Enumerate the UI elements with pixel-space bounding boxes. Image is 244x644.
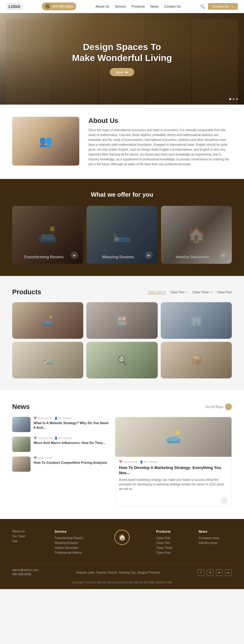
hero-dot-1[interactable] xyxy=(229,98,231,100)
news-item-3-meta: 📅 2024-10-08 xyxy=(34,456,107,460)
news-featured[interactable]: 🛋️ 📅 2024-10-08 👤 BY ADMIN How To Develo… xyxy=(115,417,232,507)
footer-logo-col: 🏠 xyxy=(97,530,147,556)
offer-cards: 🛋️ Transforming Rooms ▶ 🛏️ Weaving Dream… xyxy=(12,206,232,264)
see-all-arrow-icon[interactable]: → xyxy=(225,403,232,410)
linkedin-icon[interactable]: in xyxy=(216,569,223,576)
footer-service-2[interactable]: Weaving Dreams xyxy=(55,541,88,545)
header-right: 🔍 Contact Us → xyxy=(200,3,238,10)
logo: LOGO xyxy=(6,3,23,10)
contact-button[interactable]: Contact Us → xyxy=(208,3,238,10)
nav-products[interactable]: Products xyxy=(131,5,145,8)
about-title: About Us xyxy=(88,117,232,125)
footer-link-team[interactable]: Our Team xyxy=(12,535,45,538)
about-image: 👥 xyxy=(12,117,79,166)
footer-news-1[interactable]: Company news xyxy=(199,536,232,540)
product-card-2[interactable]: 🪟 xyxy=(86,302,157,339)
products-title: Products xyxy=(12,288,41,296)
footer-product-4[interactable]: Class Four xyxy=(156,551,189,554)
hero-dots xyxy=(229,98,238,100)
news-item-2-content: 📅 2024-10-09 👤 BY ADMIN Micro And Macro … xyxy=(34,437,105,445)
footer-bottom: admin@admin.com 400-888-8888 Xuanwu Lake… xyxy=(12,568,232,577)
twitter-icon[interactable]: ✕ xyxy=(207,569,214,576)
offer-card-3[interactable]: 🏠 Interior Decorator ▶ xyxy=(161,206,232,264)
footer-address: Xuanwu Lake, Xuanwu District, Nanjing Ci… xyxy=(76,571,160,574)
footer-col-company: About Us Our Team Faq xyxy=(12,530,45,556)
footer-product-3[interactable]: Class Three xyxy=(156,546,189,549)
nav-contact[interactable]: Contact Us xyxy=(164,5,181,8)
news-section: News See All Blogs → 📅 2024-10-08 👤 BY A… xyxy=(0,391,244,519)
nav-service[interactable]: Service xyxy=(115,5,126,8)
author-icon-2: 👤 BY ADMIN xyxy=(54,437,72,440)
tab-class-two[interactable]: Class Two 12 xyxy=(170,290,188,294)
offer-card-2-bg: 🛏️ Weaving Dreams ▶ xyxy=(87,206,157,264)
news-item-2-meta: 📅 2024-10-09 👤 BY ADMIN xyxy=(34,437,105,440)
products-grid: 🛋️ 🪟 🏢 🛏️ 🍳 📦 xyxy=(12,302,232,378)
footer-top: About Us Our Team Faq Service Transformi… xyxy=(12,530,232,556)
product-card-4[interactable]: 🛏️ xyxy=(12,342,83,378)
about-description: Since the major of international economi… xyxy=(88,128,232,167)
footer: About Us Our Team Faq Service Transformi… xyxy=(0,519,244,589)
arrow-icon: → xyxy=(230,5,234,8)
offer-card-3-bg: 🏠 Interior Decorator ▶ xyxy=(161,206,232,264)
news-item-2[interactable]: 📅 2024-10-09 👤 BY ADMIN Micro And Macro … xyxy=(12,437,109,452)
footer-products-title: Products xyxy=(156,530,189,533)
hero-arrow-icon: ▶ xyxy=(126,70,128,74)
tab-class-three[interactable]: Class Three 08 xyxy=(192,290,213,294)
footer-link-about[interactable]: About Us xyxy=(12,530,45,533)
news-featured-arrow[interactable]: → xyxy=(221,497,228,504)
news-featured-text: A well-typed marketing strategy can make… xyxy=(119,478,228,491)
footer-service-1[interactable]: Transforming Rooms xyxy=(55,536,88,540)
offer-section: What we offer for you 🛋️ Transforming Ro… xyxy=(0,179,244,276)
header: LOGO 📞 400-888-8888 About Us Service Pro… xyxy=(0,0,244,13)
calendar-icon-2: 📅 2024-10-09 xyxy=(34,437,52,440)
tab-class-one[interactable]: Class One 06 xyxy=(148,290,166,294)
hero-dot-2[interactable] xyxy=(233,98,235,100)
product-card-3[interactable]: 🏢 xyxy=(161,302,232,339)
footer-col-service: Service Transforming Rooms Weaving Dream… xyxy=(55,530,88,556)
footer-logo-icon: 🏠 xyxy=(114,530,130,545)
phone-icon: 📞 xyxy=(45,4,50,9)
author-icon: 👤 BY ADMIN xyxy=(54,417,72,420)
offer-card-1[interactable]: 🛋️ Transforming Rooms ▶ xyxy=(12,206,83,264)
hero-content: Design Spaces To Make Wonderful Living M… xyxy=(72,41,172,76)
footer-product-2[interactable]: Class Two xyxy=(156,541,189,545)
footer-product-1[interactable]: Class One xyxy=(156,536,189,540)
footer-service-4[interactable]: Professional Interior xyxy=(55,551,88,554)
offer-title: What we offer for you xyxy=(12,191,232,198)
footer-news-title: News xyxy=(199,530,232,533)
tab-class-four[interactable]: Class Four xyxy=(217,290,232,294)
footer-phone: 400-888-8888 xyxy=(12,573,38,576)
facebook-icon[interactable]: f xyxy=(198,569,204,576)
news-item-1[interactable]: 📅 2024-10-08 👤 BY ADMIN What Is A Websit… xyxy=(12,417,109,432)
see-all-blogs[interactable]: See All Blogs → xyxy=(205,403,232,410)
footer-news-2[interactable]: Industry news xyxy=(199,541,232,545)
about-text: About Us Since the major of internationa… xyxy=(88,117,232,167)
hero-dot-3[interactable] xyxy=(236,98,238,100)
product-card-5[interactable]: 🍳 xyxy=(86,342,157,378)
instagram-icon[interactable]: ◎ xyxy=(225,569,232,576)
footer-service-3[interactable]: Interior Decorator xyxy=(55,546,88,549)
products-section: Products Class One 06 Class Two 12 Class… xyxy=(0,276,244,391)
news-item-1-title: What Is A Website Strategy? Why Do You N… xyxy=(34,421,109,430)
featured-calendar-icon: 📅 2024-10-08 xyxy=(119,460,137,463)
offer-card-2[interactable]: 🛏️ Weaving Dreams ▶ xyxy=(87,206,157,264)
news-featured-image: 🛋️ xyxy=(115,417,231,457)
news-featured-meta: 📅 2024-10-08 👤 BY ADMIN xyxy=(119,460,228,463)
nav-news[interactable]: News xyxy=(150,5,159,8)
featured-author-icon: 👤 BY ADMIN xyxy=(140,460,157,463)
footer-email: admin@admin.com xyxy=(12,568,38,572)
footer-col-news: News Company news Industry news xyxy=(199,530,232,556)
footer-divider xyxy=(12,564,232,564)
offer-card-1-bg: 🛋️ Transforming Rooms ▶ xyxy=(12,206,83,264)
nav-about[interactable]: About Us xyxy=(95,5,109,8)
news-list: 📅 2024-10-08 👤 BY ADMIN What Is A Websit… xyxy=(12,417,109,507)
footer-contact: admin@admin.com 400-888-8888 xyxy=(12,568,38,577)
search-icon[interactable]: 🔍 xyxy=(200,4,205,9)
product-card-6[interactable]: 📦 xyxy=(161,342,232,378)
news-item-3[interactable]: 📅 2024-10-08 How To Conduct Competitive … xyxy=(12,456,109,472)
news-header: News See All Blogs → xyxy=(12,403,232,411)
footer-link-faq[interactable]: Faq xyxy=(12,539,45,543)
product-card-1[interactable]: 🛋️ xyxy=(12,302,83,339)
hero-more-button[interactable]: More ▶ xyxy=(110,68,134,76)
news-layout: 📅 2024-10-08 👤 BY ADMIN What Is A Websit… xyxy=(12,417,232,507)
